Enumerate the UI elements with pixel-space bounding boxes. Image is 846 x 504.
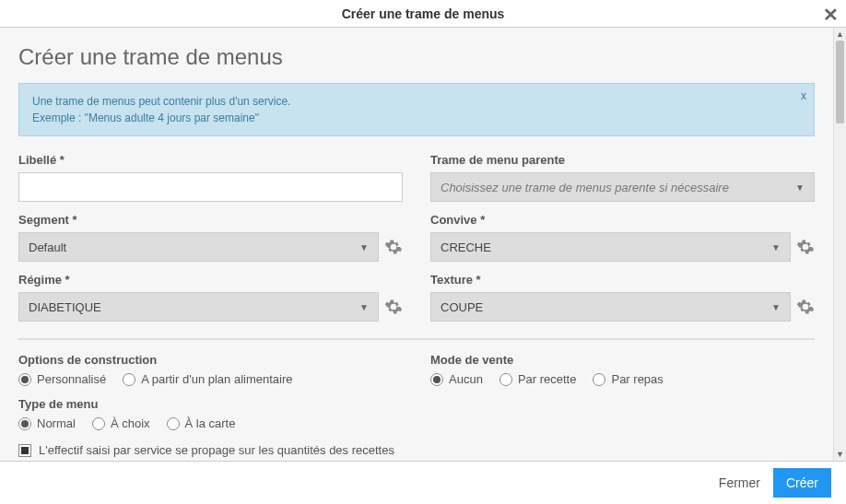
radio-label: Personnalisé (37, 372, 106, 386)
info-banner: x Une trame de menus peut contenir plus … (18, 83, 815, 136)
radio-label: À la carte (185, 416, 236, 430)
libelle-label: Libellé * (18, 153, 403, 167)
texture-value: COUPE (441, 300, 483, 314)
convive-select[interactable]: CRECHE ▼ (430, 232, 791, 262)
scrollbar[interactable]: ▲ ▼ (833, 28, 846, 461)
modal-body: Créer une trame de menus x Une trame de … (0, 28, 833, 461)
regime-select[interactable]: DIABETIQUE ▼ (18, 292, 379, 322)
radio-icon (18, 373, 31, 386)
radio-label: Normal (37, 416, 76, 430)
info-close-icon[interactable]: x (801, 88, 806, 104)
close-icon[interactable]: ✕ (823, 4, 839, 26)
checkbox-icon (18, 444, 31, 457)
info-line1: Une trame de menus peut contenir plus d'… (32, 93, 801, 110)
radio-icon (430, 373, 443, 386)
mode-vente-label: Mode de vente (430, 353, 815, 367)
scroll-thumb[interactable] (836, 41, 844, 123)
chevron-down-icon: ▼ (795, 182, 805, 193)
trame-parente-label: Trame de menu parente (430, 153, 815, 167)
radio-icon (499, 373, 512, 386)
type-menu-label: Type de menu (18, 397, 815, 411)
radio-par-recette[interactable]: Par recette (499, 372, 577, 386)
chevron-down-icon: ▼ (359, 242, 369, 252)
page-title: Créer une trame de menus (18, 44, 815, 70)
scroll-up-icon[interactable]: ▲ (834, 28, 846, 41)
texture-select[interactable]: COUPE ▼ (430, 292, 791, 322)
gear-icon[interactable] (384, 298, 403, 316)
radio-icon (123, 373, 135, 386)
info-line2: Exemple : "Menus adulte 4 jours par sema… (32, 110, 801, 126)
chevron-down-icon: ▼ (771, 242, 781, 252)
modal-header: Créer une trame de menus ✕ (0, 0, 846, 28)
radio-a-choix[interactable]: À choix (92, 416, 150, 430)
radio-icon (167, 417, 180, 430)
segment-value: Default (29, 240, 66, 254)
modal-title: Créer une trame de menus (342, 6, 505, 21)
radio-icon (92, 417, 105, 430)
divider (18, 338, 815, 340)
texture-label: Texture * (430, 273, 815, 287)
radio-label: A partir d'un plan alimentaire (141, 372, 292, 386)
gear-icon[interactable] (796, 238, 815, 256)
chevron-down-icon: ▼ (771, 302, 781, 312)
radio-label: À choix (111, 416, 150, 430)
radio-icon (18, 417, 31, 430)
radio-label: Par recette (518, 372, 577, 386)
radio-icon (593, 373, 605, 386)
regime-label: Régime * (18, 273, 403, 287)
scroll-down-icon[interactable]: ▼ (834, 448, 846, 461)
radio-label: Par repas (611, 372, 663, 386)
radio-plan-alimentaire[interactable]: A partir d'un plan alimentaire (123, 372, 292, 386)
trame-parente-value: Choisissez une trame de menus parente si… (441, 181, 729, 194)
regime-value: DIABETIQUE (29, 300, 101, 314)
chevron-down-icon: ▼ (359, 302, 369, 312)
radio-label: Aucun (449, 372, 483, 386)
create-button[interactable]: Créer (773, 468, 831, 498)
close-button[interactable]: Fermer (719, 475, 760, 490)
checkbox-effectif-propage[interactable]: L'effectif saisi par service se propage … (18, 443, 815, 457)
segment-label: Segment * (18, 213, 403, 227)
gear-icon[interactable] (796, 298, 815, 316)
radio-a-la-carte[interactable]: À la carte (167, 416, 236, 430)
radio-personnalise[interactable]: Personnalisé (18, 372, 106, 386)
modal-footer: Fermer Créer (0, 461, 846, 504)
radio-normal[interactable]: Normal (18, 416, 76, 430)
segment-select[interactable]: Default ▼ (18, 232, 379, 262)
radio-par-repas[interactable]: Par repas (593, 372, 663, 386)
convive-value: CRECHE (441, 240, 491, 254)
libelle-input[interactable] (18, 172, 403, 202)
construction-label: Options de construction (18, 353, 403, 367)
convive-label: Convive * (430, 213, 815, 227)
radio-aucun[interactable]: Aucun (430, 372, 483, 386)
trame-parente-select[interactable]: Choisissez une trame de menus parente si… (430, 172, 815, 202)
gear-icon[interactable] (384, 238, 403, 256)
checkbox-label: L'effectif saisi par service se propage … (39, 443, 394, 457)
